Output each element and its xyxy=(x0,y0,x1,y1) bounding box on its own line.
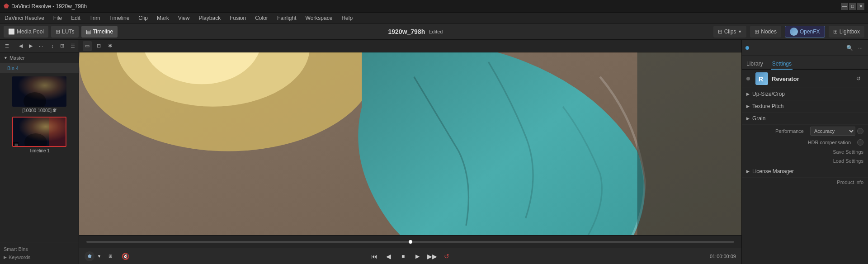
nav-back-btn[interactable]: ◀ xyxy=(17,41,25,51)
menu-fairlight[interactable]: Fairlight xyxy=(275,14,298,22)
timeline-item-1[interactable]: ▤ Timeline 1 xyxy=(4,117,75,153)
clips-label: Clips xyxy=(724,28,736,35)
media-item-1[interactable]: [10000-10000].tif xyxy=(4,76,75,113)
hdr-label: HDR compensation xyxy=(746,140,854,145)
timeline-nav-label: Timeline xyxy=(93,28,113,35)
master-label: Master xyxy=(9,55,25,61)
menu-trim[interactable]: Trim xyxy=(88,14,102,22)
plugin-reset-icon[interactable]: ↺ xyxy=(854,74,863,84)
plugin-header: R Reverator ↺ xyxy=(742,70,868,88)
menu-davinci-resolve[interactable]: DaVinci Resolve xyxy=(3,14,46,22)
openfx-logo-icon xyxy=(790,28,798,36)
project-title: 1920w_798h xyxy=(388,28,425,35)
upsize-crop-section[interactable]: ▶ Up-Size/Crop xyxy=(742,88,868,100)
maximize-button[interactable]: □ xyxy=(849,3,856,10)
tab-settings[interactable]: Settings xyxy=(771,59,793,70)
menu-edit[interactable]: Edit xyxy=(69,14,82,22)
right-more-icon[interactable]: ··· xyxy=(855,43,865,53)
menu-view[interactable]: View xyxy=(176,14,192,22)
stop-btn[interactable]: ■ xyxy=(397,250,410,263)
texture-pitch-section[interactable]: ▶ Texture Pitch xyxy=(742,100,868,113)
media-thumbnail-1[interactable] xyxy=(12,76,66,107)
timeline-button[interactable]: ▤ Timeline xyxy=(81,26,118,38)
left-panel: ☰ ◀ ▶ ··· ↕ ⊞ ☰ 🔍 ··· ▼ Master Bin 4 xyxy=(0,40,79,264)
go-to-start-btn[interactable]: ⏮ xyxy=(368,250,381,263)
nodes-icon: ⊞ xyxy=(755,28,759,35)
audio-icon-btn[interactable]: ⊞ xyxy=(104,250,117,263)
list-view-btn[interactable]: ☰ xyxy=(68,41,77,51)
timeline-nav-icon: ▤ xyxy=(86,28,91,35)
scrubber-thumb[interactable] xyxy=(409,240,412,244)
menu-file[interactable]: File xyxy=(52,14,64,22)
menu-workspace[interactable]: Workspace xyxy=(304,14,335,22)
scrubber-bar[interactable] xyxy=(79,235,741,248)
prev-frame-btn[interactable]: ◀ xyxy=(382,250,395,263)
texture-title: Texture Pitch xyxy=(752,103,783,109)
mute-btn[interactable]: 🔇 xyxy=(119,250,132,263)
performance-row: Performance Accuracy Speed xyxy=(742,125,868,137)
left-panel-footer: Smart Bins ▶ Keywords xyxy=(0,242,79,264)
preview-crop-btn[interactable]: ▭ xyxy=(83,41,92,51)
menu-timeline[interactable]: Timeline xyxy=(107,14,131,22)
menu-clip[interactable]: Clip xyxy=(137,14,150,22)
go-to-end-btn[interactable]: ↺ xyxy=(440,250,453,263)
grid-view-btn[interactable]: ⊞ xyxy=(58,41,66,51)
preview-transform-btn[interactable]: ✱ xyxy=(106,41,114,51)
hdr-reset-btn[interactable] xyxy=(857,139,863,146)
plugin-dot xyxy=(746,77,750,80)
preview-svg xyxy=(79,52,741,235)
clips-icon: ⊟ xyxy=(718,28,722,35)
bin-4-item[interactable]: Bin 4 xyxy=(0,64,79,73)
openfx-button[interactable]: OpenFX xyxy=(785,26,825,38)
close-button[interactable]: ✕ xyxy=(857,3,864,10)
performance-control: Accuracy Speed xyxy=(810,127,863,136)
keywords-item[interactable]: ▶ Keywords xyxy=(4,253,75,261)
play-btn[interactable]: ▶ xyxy=(411,250,424,263)
left-playback-controls: ⬟ ▼ ⊞ 🔇 xyxy=(85,250,132,263)
resolve-fx-icon[interactable]: ⬟ xyxy=(85,251,94,261)
timeline-thumbnail[interactable]: ▤ xyxy=(12,117,66,147)
menu-help[interactable]: Help xyxy=(340,14,354,22)
menu-playback[interactable]: Playback xyxy=(197,14,222,22)
window-title: DaVinci Resolve - 1920w_798h xyxy=(11,3,87,9)
nodes-button[interactable]: ⊞ Nodes xyxy=(750,26,781,38)
left-panel-menu-btn[interactable]: ☰ xyxy=(3,41,11,51)
media-pool-button[interactable]: ⬜ Media Pool xyxy=(4,26,48,38)
dot-indicator xyxy=(745,46,749,50)
menu-color[interactable]: Color xyxy=(253,14,270,22)
nav-forward-btn[interactable]: ▶ xyxy=(27,41,35,51)
performance-select[interactable]: Accuracy Speed xyxy=(810,127,855,136)
menu-bar: DaVinci Resolve File Edit Trim Timeline … xyxy=(0,13,868,24)
load-settings-btn[interactable]: Load Settings xyxy=(742,156,868,165)
lightbox-icon: ⊞ xyxy=(833,28,838,35)
grain-title: Grain xyxy=(752,115,765,122)
media-pool-icon: ⬜ xyxy=(8,28,15,35)
next-frame-btn[interactable]: ▶▶ xyxy=(426,250,439,263)
right-search-icon[interactable]: 🔍 xyxy=(844,43,854,53)
lightbox-button[interactable]: ⊞ Lightbox xyxy=(829,26,864,38)
media-label-1: [10000-10000].tif xyxy=(22,108,56,113)
scrubber-track[interactable] xyxy=(86,241,734,243)
main-layout: ☰ ◀ ▶ ··· ↕ ⊞ ☰ 🔍 ··· ▼ Master Bin 4 xyxy=(0,40,868,264)
clips-button[interactable]: ⊟ Clips ▼ xyxy=(713,26,747,38)
window-controls[interactable]: — □ ✕ xyxy=(841,3,864,10)
save-settings-btn[interactable]: Save Settings xyxy=(742,147,868,156)
smart-bins-label[interactable]: Smart Bins xyxy=(4,245,75,253)
luts-button[interactable]: ⊞ LUTs xyxy=(51,26,79,38)
product-info-btn[interactable]: Product info xyxy=(742,178,868,187)
menu-fusion[interactable]: Fusion xyxy=(228,14,248,22)
license-manager-section[interactable]: ▶ License Manager xyxy=(742,165,868,178)
tab-library[interactable]: Library xyxy=(745,59,764,70)
preview-area[interactable] xyxy=(79,52,741,235)
sort-btn[interactable]: ↕ xyxy=(49,41,56,51)
nav-up-btn[interactable]: ··· xyxy=(37,41,45,51)
grain-section[interactable]: ▶ Grain xyxy=(742,113,868,125)
menu-mark[interactable]: Mark xyxy=(155,14,171,22)
right-subtabs: Library Settings xyxy=(742,56,868,70)
left-panel-toolbar: ☰ ◀ ▶ ··· ↕ ⊞ ☰ 🔍 ··· xyxy=(0,40,79,52)
performance-reset-btn[interactable] xyxy=(857,128,863,134)
nodes-label: Nodes xyxy=(761,28,777,35)
minimize-button[interactable]: — xyxy=(841,3,848,10)
license-arrow-icon: ▶ xyxy=(746,169,750,174)
preview-safe-area-btn[interactable]: ⊟ xyxy=(94,41,103,51)
